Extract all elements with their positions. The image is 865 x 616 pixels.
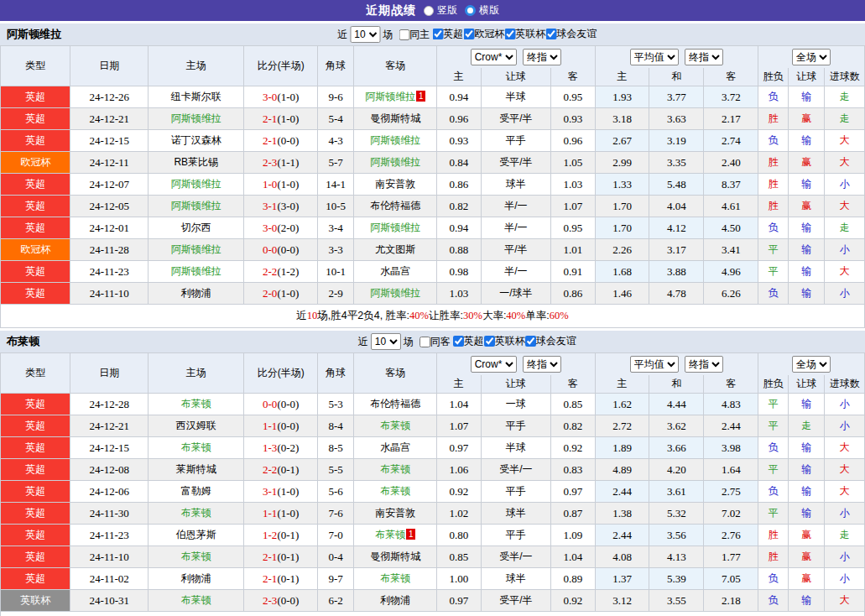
match-scope-select[interactable]: 全场 [792, 356, 831, 373]
league-filter-英联杯[interactable]: 英联杯 [504, 27, 545, 41]
away-team[interactable]: 布莱顿 [354, 459, 437, 481]
home-team[interactable]: 富勒姆 [149, 481, 244, 503]
league-checkbox[interactable] [504, 29, 515, 39]
away-team-link[interactable]: 曼彻斯特城 [370, 112, 420, 124]
home-team-link[interactable]: 布莱顿 [181, 594, 211, 606]
away-team[interactable]: 布伦特福德 [354, 196, 437, 217]
home-team-link[interactable]: 利物浦 [181, 287, 211, 299]
away-team-link[interactable]: 布莱顿 [380, 485, 410, 497]
odds-time-select[interactable]: 终指 [523, 356, 561, 373]
away-team-link[interactable]: 利物浦 [380, 594, 410, 606]
away-team-link[interactable]: 南安普敦 [375, 507, 415, 519]
home-team-link[interactable]: 阿斯顿维拉 [171, 178, 221, 190]
home-team-link[interactable]: 切尔西 [181, 222, 211, 233]
away-team-link[interactable]: 水晶宫 [380, 265, 410, 277]
away-team-link[interactable]: 布莱顿 [380, 420, 410, 431]
same-venue-filter[interactable]: 同主 [399, 28, 430, 42]
away-team-link[interactable]: 阿斯顿维拉 [370, 222, 420, 233]
league-filter-英联杯[interactable]: 英联杯 [484, 334, 525, 348]
home-team[interactable]: 阿斯顿维拉 [149, 261, 244, 283]
avg-time-select[interactable]: 终指 [685, 49, 723, 65]
away-team[interactable]: 水晶宫 [354, 261, 437, 283]
home-team[interactable]: 布莱顿 [149, 503, 244, 525]
home-team-link[interactable]: 富勒姆 [181, 485, 211, 497]
home-team[interactable]: 纽卡斯尔联 [149, 86, 244, 108]
home-team[interactable]: 布莱顿 [149, 590, 244, 612]
league-filter-欧冠杯[interactable]: 欧冠杯 [463, 27, 504, 41]
home-team[interactable]: 伯恩茅斯 [149, 525, 244, 546]
league-checkbox[interactable] [453, 336, 464, 347]
league-checkbox[interactable] [545, 29, 556, 39]
league-checkbox[interactable] [484, 336, 495, 347]
league-checkbox[interactable] [463, 29, 474, 39]
league-checkbox[interactable] [525, 336, 536, 347]
away-team[interactable]: 阿斯顿维拉1 [354, 86, 437, 108]
away-team[interactable]: 水晶宫 [354, 437, 437, 459]
home-team-link[interactable]: 阿斯顿维拉 [171, 265, 221, 277]
league-filter-球会友谊[interactable]: 球会友谊 [525, 334, 576, 348]
home-team[interactable]: 切尔西 [149, 217, 244, 239]
away-team[interactable]: 阿斯顿维拉 [354, 283, 437, 305]
match-scope-select[interactable]: 全场 [792, 49, 831, 65]
away-team[interactable]: 阿斯顿维拉 [354, 217, 437, 239]
avg-source-select[interactable]: 平均值 [630, 356, 679, 373]
away-team-link[interactable]: 阿斯顿维拉 [370, 134, 420, 146]
home-team-link[interactable]: 布莱顿 [181, 441, 211, 453]
away-team-link[interactable]: 曼彻斯特城 [370, 551, 420, 562]
away-team[interactable]: 阿斯顿维拉 [354, 130, 437, 152]
avg-time-select[interactable]: 终指 [685, 356, 723, 373]
radio-icon-horizontal[interactable] [465, 5, 476, 16]
odds-source-select[interactable]: Crow* [471, 356, 517, 373]
home-team[interactable]: 阿斯顿维拉 [149, 108, 244, 130]
recent-count-select[interactable]: 10 [350, 26, 380, 43]
layout-radio-horizontal[interactable]: 横版 [465, 3, 499, 18]
home-team-link[interactable]: 阿斯顿维拉 [171, 200, 221, 211]
home-team-link[interactable]: 西汉姆联 [176, 420, 216, 431]
league-filter-英超[interactable]: 英超 [432, 27, 463, 41]
away-team-link[interactable]: 阿斯顿维拉 [370, 156, 420, 168]
away-team-link[interactable]: 水晶宫 [380, 441, 410, 453]
avg-source-select[interactable]: 平均值 [630, 49, 679, 65]
same-venue-filter[interactable]: 同客 [419, 335, 451, 349]
away-team[interactable]: 布莱顿 [354, 481, 437, 503]
home-team[interactable]: 莱斯特城 [149, 459, 244, 481]
home-team[interactable]: 布莱顿 [149, 437, 244, 459]
league-filter-球会友谊[interactable]: 球会友谊 [545, 27, 597, 41]
home-team[interactable]: 阿斯顿维拉 [149, 196, 244, 217]
home-team-link[interactable]: RB莱比锡 [174, 156, 218, 168]
away-team[interactable]: 尤文图斯 [354, 239, 437, 261]
home-team[interactable]: 布莱顿 [149, 546, 244, 568]
home-team[interactable]: 利物浦 [149, 568, 244, 590]
home-team-link[interactable]: 布莱顿 [181, 398, 211, 410]
home-team-link[interactable]: 莱斯特城 [176, 463, 216, 475]
home-team[interactable]: 布莱顿 [149, 394, 244, 415]
away-team[interactable]: 阿斯顿维拉 [354, 152, 437, 174]
away-team-link[interactable]: 阿斯顿维拉 [370, 287, 420, 299]
away-team-link[interactable]: 尤文图斯 [375, 243, 415, 255]
away-team-link[interactable]: 南安普敦 [375, 178, 415, 190]
home-team-link[interactable]: 利物浦 [181, 572, 211, 584]
away-team[interactable]: 曼彻斯特城 [354, 108, 437, 130]
away-team-link[interactable]: 布莱顿 [380, 463, 410, 475]
home-team-link[interactable]: 布莱顿 [181, 507, 211, 519]
away-team[interactable]: 利物浦 [354, 590, 437, 612]
league-filter-英超[interactable]: 英超 [453, 334, 484, 348]
home-team-link[interactable]: 诺丁汉森林 [171, 134, 221, 146]
away-team-link[interactable]: 布莱顿 [380, 572, 410, 584]
away-team[interactable]: 曼彻斯特城 [354, 546, 437, 568]
away-team[interactable]: 布莱顿 [354, 568, 437, 590]
odds-time-select[interactable]: 终指 [523, 49, 561, 65]
home-team-link[interactable]: 阿斯顿维拉 [171, 243, 221, 255]
away-team-link[interactable]: 布莱顿 [375, 529, 405, 540]
same-venue-checkbox[interactable] [419, 337, 430, 347]
recent-count-select[interactable]: 10 [371, 333, 401, 350]
same-venue-checkbox[interactable] [399, 29, 409, 40]
home-team-link[interactable]: 纽卡斯尔联 [171, 91, 221, 102]
odds-source-select[interactable]: Crow* [471, 49, 517, 65]
home-team[interactable]: 阿斯顿维拉 [149, 239, 244, 261]
radio-icon-vertical[interactable] [424, 6, 434, 16]
away-team[interactable]: 布莱顿 [354, 415, 437, 437]
home-team-link[interactable]: 布莱顿 [181, 551, 211, 562]
home-team[interactable]: RB莱比锡 [149, 152, 244, 174]
away-team-link[interactable]: 布伦特福德 [370, 398, 420, 410]
